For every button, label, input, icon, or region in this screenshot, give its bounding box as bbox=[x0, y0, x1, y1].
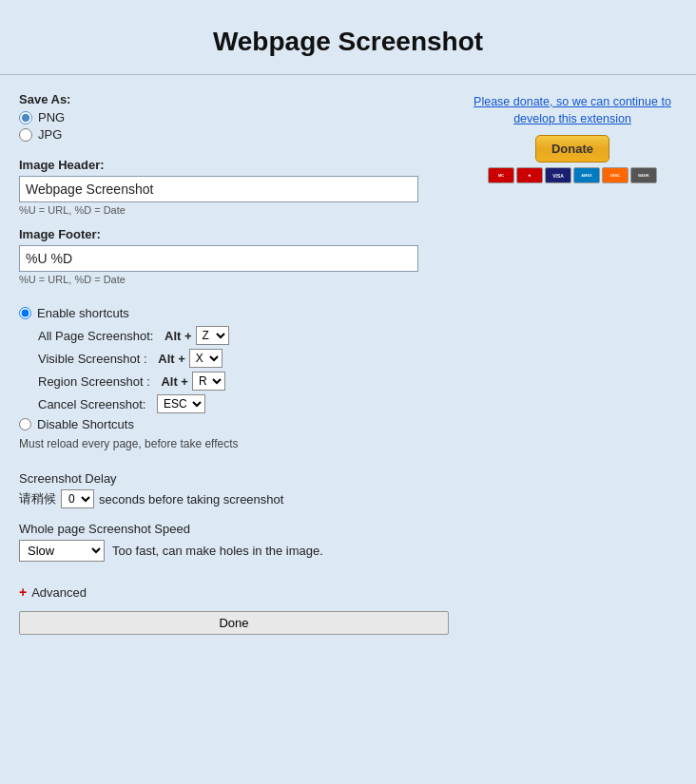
cancel-shortcut-row: Cancel Screenshot: ESC bbox=[38, 394, 449, 413]
visible-key-combo: Alt + bbox=[158, 352, 185, 366]
all-page-key-select[interactable]: Z ABC bbox=[196, 326, 229, 345]
done-button[interactable]: Done bbox=[19, 611, 449, 635]
delay-label: Screenshot Delay bbox=[19, 471, 449, 486]
png-radio[interactable] bbox=[19, 111, 32, 124]
cancel-key-select[interactable]: ESC bbox=[157, 394, 205, 413]
right-panel: Please donate, so we can continue to dev… bbox=[468, 92, 677, 635]
image-header-hint: %U = URL, %D = Date bbox=[19, 204, 449, 216]
visible-shortcut-row: Visible Screenshot : Alt + X ABC bbox=[38, 349, 449, 368]
page-title: Webpage Screenshot bbox=[0, 0, 696, 74]
image-footer-section: Image Footer: %U = URL, %D = Date bbox=[19, 227, 449, 285]
disable-shortcuts-label: Disable Shortcuts bbox=[37, 417, 134, 431]
shortcuts-section: Enable shortcuts All Page Screenshot: Al… bbox=[19, 306, 449, 460]
donate-btn-container: Donate MC ★ VISA AMEX DISC BANK bbox=[488, 135, 657, 183]
card-mastercard: MC bbox=[488, 167, 514, 183]
advanced-section[interactable]: + Advanced bbox=[19, 584, 449, 600]
reload-note: Must reload every page, before take effe… bbox=[19, 437, 449, 450]
image-header-input[interactable] bbox=[19, 176, 418, 202]
delay-select[interactable]: 0 1 2 3 4 5 bbox=[61, 489, 94, 508]
image-footer-input[interactable] bbox=[19, 245, 418, 272]
speed-label: Whole page Screenshot Speed bbox=[19, 522, 449, 536]
paypal-cards: MC ★ VISA AMEX DISC BANK bbox=[488, 167, 657, 183]
card-visa: VISA bbox=[545, 167, 571, 183]
region-key-combo: Alt + bbox=[161, 374, 188, 389]
enable-shortcuts-label: Enable shortcuts bbox=[37, 306, 129, 320]
speed-note: Too fast, can make holes in the image. bbox=[112, 544, 323, 558]
donate-link[interactable]: Please donate, so we can continue to dev… bbox=[468, 94, 677, 127]
disable-shortcuts-radio[interactable] bbox=[19, 418, 31, 430]
image-header-section: Image Header: %U = URL, %D = Date bbox=[19, 158, 449, 216]
speed-section: Whole page Screenshot Speed Slow Medium … bbox=[19, 522, 449, 562]
image-header-label: Image Header: bbox=[19, 158, 449, 172]
cancel-label: Cancel Screenshot: bbox=[38, 397, 145, 411]
save-as-section: Save As: PNG JPG bbox=[19, 92, 449, 144]
all-page-shortcut-row: All Page Screenshot: Alt + Z ABC bbox=[38, 326, 449, 345]
disable-shortcuts-option[interactable]: Disable Shortcuts bbox=[19, 417, 449, 431]
delay-suffix: seconds before taking screenshot bbox=[99, 492, 283, 507]
jpg-radio[interactable] bbox=[19, 128, 32, 142]
speed-select[interactable]: Slow Medium Fast bbox=[19, 540, 105, 562]
jpg-option[interactable]: JPG bbox=[19, 127, 449, 142]
card-bank: BANK bbox=[630, 167, 657, 183]
donate-button[interactable]: Donate bbox=[535, 135, 609, 163]
all-page-label: All Page Screenshot: bbox=[38, 329, 153, 343]
image-footer-hint: %U = URL, %D = Date bbox=[19, 274, 449, 285]
card-visa-red: ★ bbox=[516, 167, 543, 183]
region-shortcut-row: Region Screenshot : Alt + R ABC bbox=[38, 372, 449, 391]
all-page-key-combo: Alt + bbox=[164, 329, 192, 343]
delay-section: Screenshot Delay 请稍候 0 1 2 3 4 5 seconds… bbox=[19, 471, 449, 508]
plus-icon: + bbox=[19, 584, 27, 600]
divider bbox=[0, 74, 696, 75]
delay-sublabel: 请稍候 bbox=[19, 490, 56, 507]
save-as-label: Save As: bbox=[19, 92, 449, 106]
region-label: Region Screenshot : bbox=[38, 374, 150, 389]
region-key-select[interactable]: R ABC bbox=[192, 372, 225, 391]
card-disc: DISC bbox=[602, 167, 628, 183]
advanced-label[interactable]: Advanced bbox=[31, 585, 87, 600]
visible-label: Visible Screenshot : bbox=[38, 352, 147, 366]
image-footer-label: Image Footer: bbox=[19, 227, 449, 241]
enable-shortcuts-radio[interactable] bbox=[19, 307, 31, 319]
visible-key-select[interactable]: X ABC bbox=[189, 349, 222, 368]
jpg-label: JPG bbox=[38, 127, 62, 142]
png-label: PNG bbox=[38, 110, 65, 124]
enable-shortcuts-option[interactable]: Enable shortcuts bbox=[19, 306, 449, 320]
card-amex: AMEX bbox=[573, 167, 600, 183]
png-option[interactable]: PNG bbox=[19, 110, 449, 124]
